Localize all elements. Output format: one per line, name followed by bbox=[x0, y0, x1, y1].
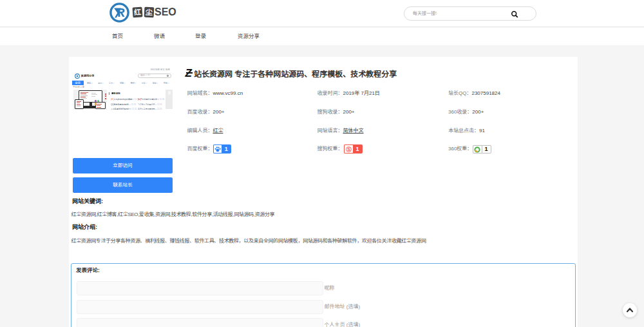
svg-text:S: S bbox=[347, 146, 350, 151]
